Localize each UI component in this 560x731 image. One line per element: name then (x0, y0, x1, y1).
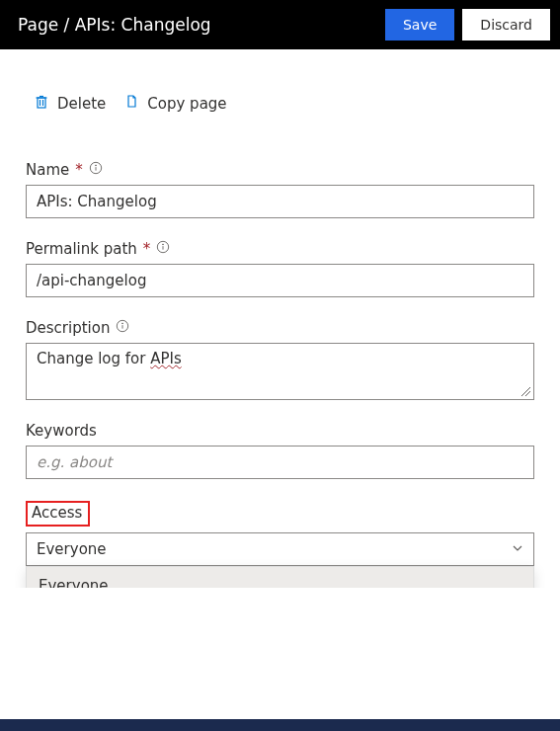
svg-point-13 (122, 323, 123, 324)
access-option[interactable]: Everyone (27, 567, 533, 588)
description-field: Description Change log for APIs (26, 319, 534, 400)
access-label: Access (32, 504, 82, 522)
info-icon[interactable] (156, 240, 170, 258)
access-label-highlight: Access (26, 501, 90, 527)
access-dropdown: Everyone Selected user groups Users with… (26, 566, 534, 588)
page-title: Page / APIs: Changelog (18, 15, 377, 35)
delete-button[interactable]: Delete (34, 94, 106, 114)
name-input[interactable] (26, 185, 534, 218)
name-field: Name * (26, 161, 534, 218)
description-input[interactable]: Change log for APIs (26, 343, 534, 400)
info-icon[interactable] (116, 319, 129, 337)
save-button[interactable]: Save (385, 9, 454, 41)
copy-page-button[interactable]: Copy page (123, 94, 226, 114)
required-indicator: * (143, 240, 151, 258)
description-label: Description (26, 319, 110, 337)
permalink-field: Permalink path * (26, 240, 534, 297)
svg-point-10 (163, 244, 164, 245)
svg-line-14 (521, 387, 530, 396)
name-label: Name (26, 161, 69, 179)
access-field: Access Everyone Everyone Selected user g… (26, 501, 534, 566)
svg-point-7 (95, 165, 96, 166)
page-header: Page / APIs: Changelog Save Discard (0, 0, 560, 49)
delete-label: Delete (57, 95, 106, 113)
content-area: Delete Copy page Name * Permalink path * (0, 49, 560, 566)
chevron-down-icon (512, 540, 523, 558)
copy-label: Copy page (147, 95, 226, 113)
info-icon[interactable] (89, 161, 103, 179)
required-indicator: * (75, 161, 83, 179)
access-select[interactable]: Everyone (26, 532, 534, 566)
keywords-field: Keywords (26, 422, 534, 479)
discard-button[interactable]: Discard (462, 9, 550, 41)
resize-handle-icon[interactable] (520, 385, 531, 397)
copy-icon (123, 94, 139, 114)
keywords-input[interactable] (26, 446, 534, 479)
permalink-input[interactable] (26, 264, 534, 297)
permalink-label: Permalink path (26, 240, 137, 258)
keywords-label: Keywords (26, 422, 97, 440)
toolbar: Delete Copy page (26, 94, 534, 114)
svg-rect-0 (38, 98, 45, 108)
access-selected-value: Everyone (37, 540, 107, 558)
trash-icon (34, 94, 49, 114)
description-text-underlined: APIs (150, 350, 182, 367)
description-text-prefix: Change log for (37, 350, 150, 367)
